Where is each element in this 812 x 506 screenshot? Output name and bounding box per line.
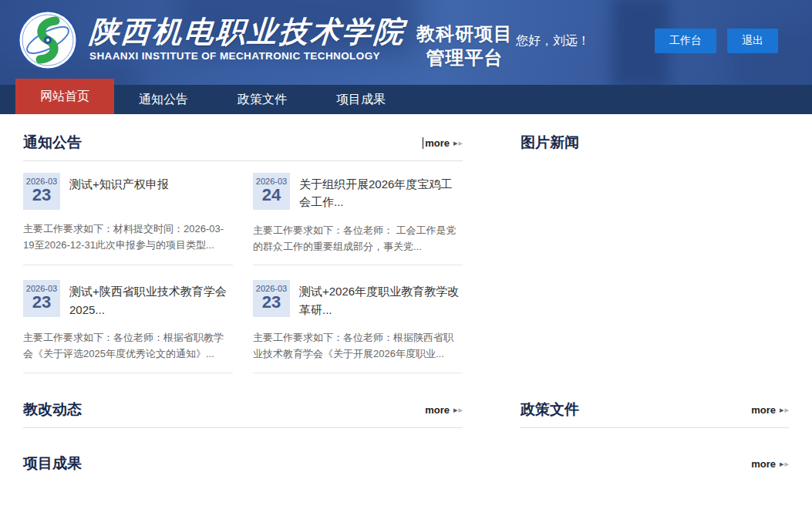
chevron-right-icon: ▸	[453, 139, 458, 147]
notice-title[interactable]: 测试+2026年度职业教育教学改革研...	[299, 280, 463, 319]
section-picture-news: 图片新闻	[521, 133, 789, 400]
nav-item-notices[interactable]: 通知公告	[114, 85, 213, 114]
section-title-project-results: 项目成果	[23, 454, 82, 474]
section-divider	[23, 427, 463, 428]
section-divider	[23, 160, 463, 161]
chevron-right-icon: ▸	[784, 460, 789, 468]
platform-name-line1: 教科研项目	[416, 22, 513, 46]
section-title-picture-news: 图片新闻	[521, 133, 579, 153]
notice-item[interactable]: 2026-03 23 测试+知识产权申报 主要工作要求如下：材料提交时间：202…	[23, 173, 233, 265]
section-notices: 通知公告 more ▸ ▸ 2026-03 23 测试+知识产权	[23, 133, 463, 400]
notices-more-link[interactable]: more ▸ ▸	[423, 137, 463, 149]
date-badge: 2026-03 23	[23, 173, 60, 210]
school-logo-icon	[17, 9, 79, 71]
notice-title[interactable]: 测试+知识产权申报	[69, 173, 169, 210]
teaching-reform-more-link[interactable]: more ▸ ▸	[425, 404, 463, 416]
date-badge: 2026-03 23	[253, 280, 290, 317]
date-badge: 2026-03 23	[23, 280, 60, 317]
logout-button[interactable]: 退出	[727, 29, 778, 53]
site-name-english: SHAANXI INSTITUTE OF MECHATRONIC TECHNOL…	[89, 50, 406, 62]
notices-list: 2026-03 23 测试+知识产权申报 主要工作要求如下：材料提交时间：202…	[23, 173, 463, 373]
chevron-right-icon: ▸	[458, 406, 463, 414]
nav-item-policy-files[interactable]: 政策文件	[213, 85, 312, 114]
text-caret	[423, 137, 423, 149]
notice-title[interactable]: 测试+陕西省职业技术教育学会2025...	[69, 280, 233, 319]
workbench-button[interactable]: 工作台	[655, 29, 716, 53]
nav-item-project-results[interactable]: 项目成果	[312, 85, 410, 114]
section-policy-files: 政策文件 more ▸ ▸	[521, 400, 789, 454]
notice-summary: 主要工作要求如下：各位老师：根据陕西省职业技术教育学会《关于开展2026年度职业…	[253, 329, 463, 363]
chevron-right-icon: ▸	[780, 460, 784, 468]
chevron-right-icon: ▸	[780, 406, 784, 414]
section-title-teaching-reform: 教改动态	[23, 400, 82, 420]
notice-summary: 主要工作要求如下：材料提交时间：2026-03-19至2026-12-31此次申…	[23, 221, 233, 254]
site-header: 陕西机电职业技术学院 SHAANXI INSTITUTE OF MECHATRO…	[0, 0, 812, 85]
main-nav: 网站首页 通知公告 政策文件 项目成果	[0, 85, 812, 114]
section-project-results: 项目成果 more ▸ ▸	[23, 454, 789, 474]
section-title-policy-files: 政策文件	[521, 400, 579, 420]
nav-item-home[interactable]: 网站首页	[15, 79, 114, 114]
chevron-right-icon: ▸	[784, 406, 789, 414]
platform-name: 教科研项目 管理平台	[416, 22, 513, 69]
chevron-right-icon: ▸	[458, 139, 463, 147]
platform-name-line2: 管理平台	[416, 46, 513, 69]
date-badge: 2026-03 24	[253, 173, 290, 210]
user-greeting: 您好，刘远！	[516, 33, 590, 49]
section-teaching-reform: 教改动态 more ▸ ▸	[23, 400, 463, 454]
notice-item[interactable]: 2026-03 23 测试+陕西省职业技术教育学会2025... 主要工作要求如…	[23, 280, 233, 373]
user-area: 您好，刘远！ 工作台 退出	[516, 29, 778, 53]
brand-text: 陕西机电职业技术学院 SHAANXI INSTITUTE OF MECHATRO…	[89, 9, 406, 62]
notice-summary: 主要工作要求如下：各位老师：根据省职教学会《关于评选2025年度优秀论文的通知》…	[23, 329, 233, 363]
site-name-chinese: 陕西机电职业技术学院	[89, 15, 407, 48]
notice-summary: 主要工作要求如下：各位老师： 工会工作是党的群众工作的重要组成部分，事关党...	[253, 222, 463, 255]
notice-item[interactable]: 2026-03 24 关于组织开展2026年度宝鸡工会工作... 主要工作要求如…	[253, 173, 463, 265]
notice-title[interactable]: 关于组织开展2026年度宝鸡工会工作...	[299, 173, 463, 211]
chevron-right-icon: ▸	[453, 406, 458, 414]
section-divider	[521, 427, 789, 428]
policy-files-more-link[interactable]: more ▸ ▸	[751, 404, 789, 416]
section-title-notices: 通知公告	[23, 133, 82, 153]
notice-item[interactable]: 2026-03 23 测试+2026年度职业教育教学改革研... 主要工作要求如…	[253, 280, 463, 373]
brand-area: 陕西机电职业技术学院 SHAANXI INSTITUTE OF MECHATRO…	[17, 9, 513, 71]
project-results-more-link[interactable]: more ▸ ▸	[751, 458, 789, 470]
main-content: 通知公告 more ▸ ▸ 2026-03 23 测试+知识产权	[0, 114, 812, 474]
